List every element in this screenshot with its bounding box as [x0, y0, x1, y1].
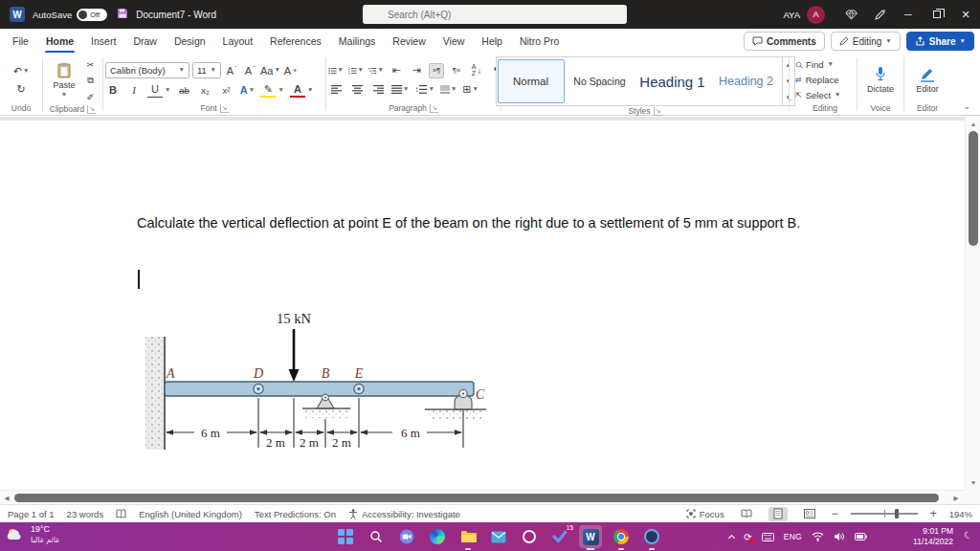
left-to-right-button[interactable]: »¶ [429, 63, 444, 78]
search-input[interactable] [363, 5, 627, 24]
tab-review[interactable]: Review [384, 29, 434, 54]
restore-button[interactable] [923, 0, 951, 29]
edge-browser-icon[interactable] [426, 525, 449, 548]
close-button[interactable]: ✕ [951, 0, 980, 29]
highlight-button[interactable]: ✎ [260, 82, 276, 98]
tab-mailings[interactable]: Mailings [330, 29, 385, 54]
file-explorer-icon[interactable] [457, 525, 479, 548]
tab-home[interactable]: Home [37, 29, 82, 54]
start-button[interactable] [334, 525, 357, 548]
comments-button[interactable]: Comments [744, 32, 825, 51]
dictate-button[interactable]: Dictate [861, 56, 900, 103]
find-button[interactable]: Find▼ [795, 57, 855, 72]
editor-button[interactable]: Editor [910, 56, 945, 103]
scroll-up-arrow[interactable]: ▲ [966, 117, 980, 131]
word-count[interactable]: 23 words [67, 509, 104, 519]
bullets-button[interactable]: ▼ [328, 63, 344, 78]
font-color-button[interactable]: A [290, 82, 305, 98]
volume-icon[interactable] [834, 532, 845, 541]
justify-button[interactable]: ▼ [391, 82, 409, 98]
borders-button[interactable]: ⊞▼ [462, 82, 479, 98]
styles-dialog-launcher[interactable]: ↘ [654, 107, 662, 116]
tab-help[interactable]: Help [473, 29, 511, 54]
zoom-in-button[interactable]: + [930, 507, 937, 520]
cut-button[interactable]: ✂ [83, 56, 99, 72]
read-mode-button[interactable] [737, 507, 756, 521]
focus-button[interactable]: Focus [686, 509, 724, 519]
style-no-spacing[interactable]: No Spacing [567, 59, 634, 103]
decrease-indent-button[interactable]: ⇤ [389, 63, 404, 78]
align-center-button[interactable] [349, 82, 365, 98]
vertical-scroll-thumb[interactable] [969, 131, 978, 246]
subscript-button[interactable]: x₂ [197, 82, 212, 98]
editing-mode-button[interactable]: Editing ▼ [831, 32, 901, 51]
multilevel-list-button[interactable]: ▼ [368, 63, 384, 78]
beam-figure[interactable]: 15 kN A D B [144, 302, 500, 453]
print-layout-button[interactable] [768, 507, 788, 521]
web-layout-button[interactable] [800, 507, 819, 521]
increase-indent-button[interactable]: ⇥ [409, 63, 424, 78]
zoom-slider-thumb[interactable] [895, 509, 899, 518]
undo-button[interactable]: ↶▼ [13, 63, 30, 78]
media-app-icon[interactable] [640, 525, 663, 548]
tab-nitro-pro[interactable]: Nitro Pro [511, 29, 568, 54]
line-spacing-button[interactable]: ↕▼ [414, 82, 434, 98]
battery-icon[interactable] [855, 533, 867, 540]
font-dialog-launcher[interactable]: ↘ [220, 104, 229, 113]
clipboard-dialog-launcher[interactable]: ↘ [87, 105, 96, 114]
text-predictions-status[interactable]: Text Predictions: On [255, 509, 336, 519]
scroll-right-arrow[interactable]: ▶ [949, 491, 963, 505]
align-left-button[interactable] [328, 82, 344, 98]
taskbar-search-icon[interactable] [365, 525, 388, 548]
superscript-button[interactable]: x² [218, 82, 234, 98]
mail-icon[interactable] [487, 525, 510, 548]
underline-button[interactable]: U [147, 82, 163, 98]
tab-references[interactable]: References [261, 29, 330, 54]
text-effects-button[interactable]: A▼ [239, 82, 255, 98]
chat-icon[interactable] [395, 525, 418, 548]
right-to-left-button[interactable]: ¶« [449, 63, 464, 78]
horizontal-scrollbar[interactable]: ◀ ▶ [0, 490, 965, 504]
chrome-browser-icon[interactable] [610, 525, 633, 548]
collapse-ribbon-chevron-icon[interactable]: ⌄ [963, 101, 970, 111]
scroll-left-arrow[interactable]: ◀ [0, 491, 13, 505]
weather-widget[interactable]: 19°C غائم غالبا [7, 524, 59, 545]
taskbar-clock[interactable]: 9:01 PM 11/14/2022 [913, 526, 953, 547]
accessibility-status[interactable]: Accessibility: Investigate [348, 509, 460, 519]
tab-design[interactable]: Design [166, 29, 214, 54]
minimize-button[interactable]: ─ [894, 0, 923, 29]
copy-button[interactable]: ⧉ [83, 73, 99, 88]
format-painter-button[interactable]: ✐ [83, 89, 99, 104]
zoom-slider[interactable] [851, 513, 918, 515]
clear-formatting-button[interactable]: A✦ [283, 63, 299, 78]
user-avatar[interactable]: A [807, 6, 825, 24]
select-button[interactable]: ⇱Select▼ [795, 88, 855, 102]
user-name[interactable]: AYA [783, 10, 800, 20]
ink-pen-icon[interactable] [865, 0, 894, 29]
touch-keyboard-icon[interactable] [762, 533, 774, 541]
paragraph-dialog-launcher[interactable]: ↘ [430, 104, 438, 113]
font-size-combo[interactable]: 11▼ [192, 62, 221, 78]
word-taskbar-icon[interactable]: W [579, 525, 602, 548]
language-status[interactable]: English (United Kingdom) [139, 509, 242, 519]
proofing-icon[interactable] [116, 509, 126, 519]
bold-button[interactable]: B [105, 82, 121, 98]
italic-button[interactable]: I [126, 82, 142, 98]
todo-app-icon[interactable]: 15 [548, 525, 571, 548]
rewards-diamond-icon[interactable] [836, 0, 865, 29]
word-app-icon[interactable]: W [10, 7, 25, 22]
scroll-down-arrow[interactable]: ▼ [966, 475, 980, 490]
redo-button[interactable]: ↻ [13, 81, 29, 97]
save-icon[interactable] [117, 6, 128, 23]
strikethrough-button[interactable]: ab [176, 82, 191, 98]
tab-layout[interactable]: Layout [214, 29, 262, 54]
autosave-toggle[interactable]: Off [77, 9, 107, 21]
style-normal[interactable]: Normal [498, 59, 565, 103]
grow-font-button[interactable]: Aˆ [224, 63, 239, 78]
sort-button[interactable]: AZ↓ [469, 63, 484, 78]
horizontal-scroll-thumb[interactable] [14, 494, 939, 502]
tab-insert[interactable]: Insert [82, 29, 124, 54]
tab-file[interactable]: File [4, 29, 37, 54]
do-not-disturb-moon-icon[interactable]: ☾ [963, 529, 974, 541]
wifi-icon[interactable] [812, 532, 824, 541]
